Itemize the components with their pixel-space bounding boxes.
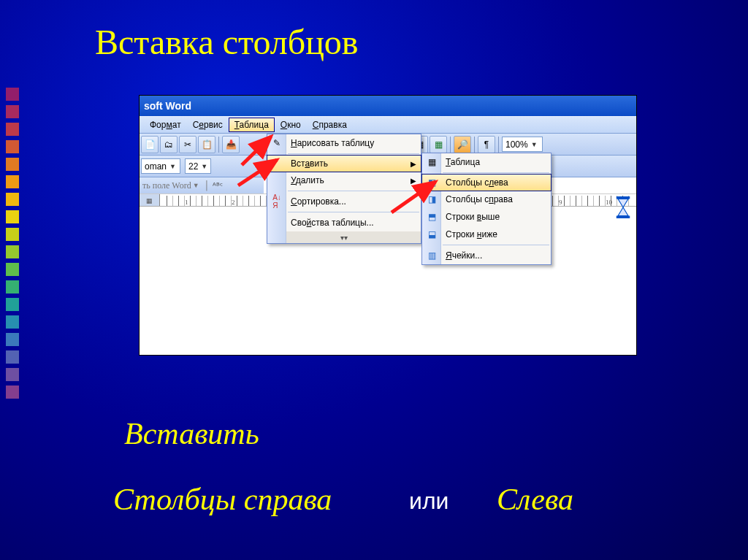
bullet-square — [6, 245, 19, 258]
chevron-down-icon: ▼ — [201, 163, 207, 170]
menu-separator — [443, 245, 549, 245]
menu-table-props[interactable]: Свойства таблицы... — [267, 214, 421, 231]
font-combo[interactable]: oman▼ — [141, 158, 180, 174]
submenu-cols-left[interactable]: ◧ Столбцы слева — [421, 174, 552, 191]
pencil-icon: ✎ — [270, 137, 283, 150]
menu-sort[interactable]: А↓Я Сортировка... — [267, 193, 421, 210]
bullet-square — [6, 280, 19, 294]
menu-help[interactable]: Справка — [307, 118, 353, 132]
submenu-table[interactable]: ▦ Таблица — [422, 153, 551, 171]
caption-cols-right: Столбцы справа — [113, 482, 332, 517]
row-below-icon: ⬓ — [425, 228, 438, 241]
bullet-square — [6, 158, 19, 171]
bullet-square — [6, 105, 19, 118]
separator — [474, 137, 475, 153]
bullet-square — [6, 368, 19, 381]
bullet-square — [6, 263, 19, 276]
submenu-arrow-icon: ▶ — [411, 177, 416, 185]
bullet-square — [6, 140, 19, 153]
separator — [450, 137, 451, 153]
menu-separator — [288, 191, 419, 191]
tb-new-icon[interactable]: 📄 — [141, 136, 159, 153]
fontsize-combo[interactable]: 22▼ — [185, 158, 211, 174]
col-right-icon: ◨ — [425, 193, 438, 206]
caption-insert: Вставить — [124, 416, 259, 451]
bullet-square — [6, 210, 19, 223]
menu-table[interactable]: Таблица — [229, 118, 275, 132]
separator — [218, 137, 219, 153]
menu-service[interactable]: Сервис — [187, 118, 229, 132]
hourglass-cursor-icon — [614, 196, 632, 218]
bullet-square — [6, 228, 19, 241]
ruler-tab-icon[interactable]: ▦ — [140, 194, 160, 207]
bullet-square — [6, 350, 19, 364]
slide-bullet-column — [6, 0, 19, 399]
caption-left: Слева — [497, 482, 573, 517]
table-icon: ▦ — [425, 156, 438, 169]
bullet-square — [6, 123, 19, 136]
menu-separator — [288, 212, 419, 212]
tb-copy-icon[interactable]: 📋 — [198, 136, 215, 153]
bullet-square — [6, 386, 19, 399]
separator — [498, 137, 499, 153]
menu-insert[interactable]: Вставить ▶ — [267, 155, 421, 172]
bullet-square — [6, 333, 19, 346]
zoom-value: 100% — [505, 139, 528, 150]
bullet-square — [6, 88, 19, 101]
word-field-label[interactable]: ть поле Word — [142, 180, 191, 191]
submenu-rows-below[interactable]: ⬓ Строки ниже — [422, 226, 551, 243]
tb-pilcrow-icon[interactable]: ¶ — [478, 136, 495, 153]
caption-or: или — [409, 488, 449, 515]
abc-icon[interactable]: ᴬᴮᶜ — [213, 181, 223, 191]
bullet-square — [6, 315, 19, 329]
submenu-cols-right[interactable]: ◨ Столбцы справа — [422, 191, 551, 208]
menu-bar: Формат Сервис Таблица Окно Справка — [140, 116, 636, 134]
slide-title: Вставка столбцов — [95, 22, 359, 62]
font-size: 22 — [188, 161, 198, 172]
word-screenshot: soft Word Формат Сервис Таблица Окно Спр… — [139, 95, 637, 356]
tb-chart-icon[interactable]: 🔎 — [454, 136, 471, 153]
menu-delete[interactable]: Удалить ▶ — [267, 172, 421, 189]
menu-separator — [443, 172, 549, 173]
submenu-arrow-icon: ▶ — [411, 160, 416, 168]
menu-format[interactable]: Формат — [144, 118, 187, 132]
col-left-icon: ◧ — [425, 176, 438, 189]
bullet-square — [6, 193, 19, 206]
cells-icon: ▥ — [425, 249, 438, 262]
row-above-icon: ⬒ — [425, 210, 438, 223]
tb-paste-icon[interactable]: 📥 — [222, 136, 240, 153]
submenu-insert: ▦ Таблица ◧ Столбцы слева ◨ Столбцы спра… — [421, 153, 552, 265]
menu-separator — [288, 153, 419, 154]
submenu-rows-above[interactable]: ⬒ Строки выше — [422, 208, 551, 226]
word-titlebar: soft Word — [140, 96, 636, 116]
chevron-down-icon: ▼ — [169, 163, 176, 170]
bullet-square — [6, 175, 19, 188]
expand-menu-icon[interactable]: ▾▾ — [267, 231, 421, 243]
menu-table-dropdown: ✎ Нарисовать таблицу Вставить ▶ Удалить … — [267, 134, 421, 244]
tb-cut-icon[interactable]: ✂ — [179, 136, 196, 153]
bullet-square — [6, 298, 19, 311]
word-title-text: soft Word — [144, 100, 191, 112]
font-name: oman — [145, 161, 167, 172]
sort-icon: А↓Я — [270, 195, 283, 208]
menu-draw-table[interactable]: ✎ Нарисовать таблицу — [267, 134, 421, 152]
menu-window[interactable]: Окно — [275, 118, 307, 132]
zoom-combo[interactable]: 100%▼ — [502, 137, 543, 152]
chevron-down-icon: ▼ — [531, 141, 538, 148]
tb-open-icon[interactable]: 🗂 — [160, 136, 178, 153]
tb-excel-icon[interactable]: ▦ — [430, 136, 447, 153]
submenu-cells[interactable]: ▥ Ячейки... — [422, 247, 551, 264]
